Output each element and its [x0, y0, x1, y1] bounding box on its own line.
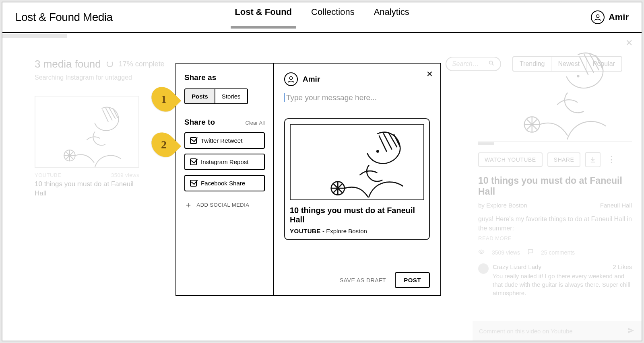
nav-collections[interactable]: Collections	[311, 7, 355, 28]
share-left-pane: Share as Posts Stories Share to Clear Al…	[176, 64, 274, 295]
commenter-avatar-icon	[478, 263, 489, 274]
stat-comments: 25 comments	[541, 249, 575, 256]
svg-point-5	[481, 251, 482, 253]
comment-likes: 2 Likes	[613, 263, 632, 270]
spinner-icon	[107, 61, 113, 67]
message-input[interactable]: Type your message here...	[284, 93, 430, 102]
channel-twitter[interactable]: Twitter Retweet	[184, 132, 265, 149]
comment-item: Crazy Lizard Lady 2 Likes You really nai…	[478, 263, 632, 297]
share-as-posts[interactable]: Posts	[185, 89, 215, 103]
brand-title: Lost & Found Media	[15, 11, 113, 24]
text-caret-icon	[284, 93, 285, 102]
user-name-label: Amir	[609, 12, 629, 23]
close-icon[interactable]: ✕	[625, 38, 633, 48]
media-card[interactable]: YOUTUBE 3509 views 10 things you must do…	[35, 96, 139, 198]
svg-point-1	[489, 61, 493, 64]
post-button[interactable]: POST	[395, 272, 430, 288]
preview-subline: YOUTUBE - Explore Boston	[290, 228, 424, 234]
comment-body: You really nailed it! I go there every w…	[493, 272, 632, 297]
share-right-pane: ✕ Amir Type your message here...	[274, 64, 440, 295]
detail-panel: ✕ WATCH YOUTUBE SHARE	[473, 34, 642, 341]
search-placeholder: Search…	[452, 60, 479, 68]
send-icon[interactable]	[627, 327, 635, 336]
nav-lost-and-found[interactable]: Lost & Found	[235, 7, 292, 28]
checkbox-icon	[190, 180, 197, 187]
eye-icon	[478, 249, 485, 256]
channel-facebook[interactable]: Facebook Share	[184, 175, 265, 191]
detail-description: guys! Here's my favorite things to do at…	[478, 214, 632, 233]
preview-image	[290, 124, 424, 200]
checkbox-icon	[190, 158, 197, 165]
svg-point-2	[64, 150, 75, 161]
read-more-link[interactable]: READ MORE	[478, 235, 632, 241]
comment-placeholder: Comment on this video on Youtube	[479, 328, 573, 335]
avatar-icon	[284, 72, 298, 86]
detail-byline: by Explore Boston	[478, 202, 527, 209]
filter-popular[interactable]: Popular	[586, 57, 621, 71]
media-thumbnail	[35, 96, 139, 168]
search-icon	[488, 60, 495, 68]
add-social-button[interactable]: ＋ ADD SOCIAL MEDIA	[184, 199, 265, 210]
save-draft-button[interactable]: SAVE AS DRAFT	[340, 277, 386, 283]
primary-nav: Lost & Found Collections Analytics	[235, 7, 409, 28]
clear-all-link[interactable]: Clear All	[246, 120, 265, 126]
share-to-heading: Share to	[184, 118, 215, 127]
card-source: YOUTUBE	[35, 172, 61, 178]
detail-hero-image	[478, 41, 632, 142]
user-menu[interactable]: Amir	[591, 10, 629, 24]
stat-views: 3509 views	[492, 249, 520, 256]
channel-label: Twitter Retweet	[201, 137, 242, 144]
channel-label: Instagram Repost	[201, 158, 248, 165]
more-icon[interactable]: ⋮	[607, 154, 616, 165]
search-input[interactable]: Search…	[446, 57, 501, 71]
filter-trending[interactable]: Trending	[513, 57, 552, 71]
app-header: Lost & Found Media Lost & Found Collecti…	[2, 2, 642, 33]
share-as-stories[interactable]: Stories	[215, 89, 247, 103]
svg-point-0	[596, 15, 599, 18]
message-placeholder: Type your message here...	[286, 93, 377, 102]
svg-point-8	[377, 150, 378, 152]
nav-analytics[interactable]: Analytics	[374, 7, 409, 28]
composer-user: Amir	[303, 75, 320, 84]
filter-newest[interactable]: Newest	[551, 57, 586, 71]
channel-list: Twitter Retweet Instagram Repost Faceboo…	[184, 132, 265, 191]
comment-input[interactable]: Comment on this video on Youtube	[473, 321, 642, 341]
close-icon[interactable]: ✕	[426, 69, 433, 79]
comment-icon	[527, 249, 534, 256]
preview-title: 10 things you must do at Faneuil Hall	[290, 206, 424, 224]
card-title: 10 things you must do at Faneuil Hall	[35, 180, 139, 198]
share-as-segmented: Posts Stories	[184, 88, 248, 104]
plus-icon: ＋	[184, 199, 193, 210]
svg-point-6	[289, 77, 292, 80]
svg-point-3	[524, 117, 540, 132]
card-views: 3509 views	[111, 172, 139, 178]
download-icon[interactable]	[585, 152, 601, 167]
detail-location: Faneuil Hall	[600, 202, 632, 209]
link-preview-card: 10 things you must do at Faneuil Hall YO…	[284, 118, 430, 240]
avatar-icon	[591, 10, 605, 24]
channel-instagram[interactable]: Instagram Repost	[184, 154, 265, 170]
app-frame: Lost & Found Media Lost & Found Collecti…	[2, 2, 642, 341]
svg-point-4	[577, 75, 579, 77]
share-modal: Share as Posts Stories Share to Clear Al…	[175, 63, 441, 296]
channel-label: Facebook Share	[201, 180, 245, 187]
progress-label: 17% complete	[119, 60, 165, 68]
results-count: 3 media found	[35, 58, 101, 70]
share-as-heading: Share as	[184, 73, 265, 82]
detail-title: 10 things you must do at Faneuil Hall	[478, 175, 632, 197]
watch-youtube-button[interactable]: WATCH YOUTUBE	[478, 152, 543, 167]
comment-author: Crazy Lizard Lady	[493, 263, 541, 270]
share-button[interactable]: SHARE	[547, 152, 581, 167]
sort-filter[interactable]: Trending Newest Popular	[512, 56, 622, 72]
checkbox-icon	[190, 137, 197, 144]
